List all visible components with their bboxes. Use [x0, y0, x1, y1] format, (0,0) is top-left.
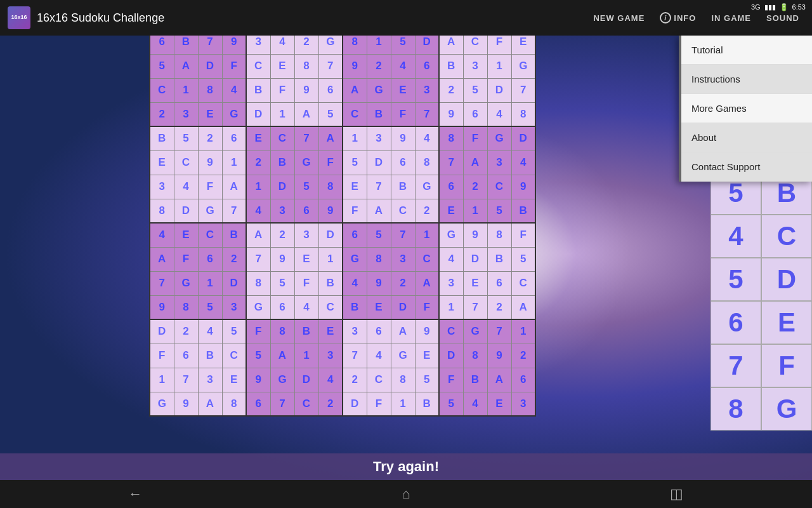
cell-12-4[interactable]: F — [246, 319, 270, 344]
cell-7-5[interactable]: 3 — [270, 199, 294, 223]
cell-2-9[interactable]: G — [367, 78, 391, 102]
cell-3-13[interactable]: 6 — [463, 102, 487, 126]
cell-15-11[interactable]: B — [415, 392, 439, 416]
cell-13-1[interactable]: 6 — [174, 344, 198, 368]
cell-13-7[interactable]: 3 — [318, 344, 343, 368]
cell-12-9[interactable]: 6 — [367, 319, 391, 344]
cell-10-15[interactable]: C — [511, 271, 535, 295]
cell-12-10[interactable]: A — [391, 319, 415, 344]
cell-4-11[interactable]: 4 — [415, 126, 439, 150]
cell-5-7[interactable]: F — [318, 150, 343, 175]
cell-6-6[interactable]: 5 — [294, 175, 318, 199]
cell-2-6[interactable]: 9 — [294, 78, 318, 102]
cell-9-12[interactable]: 4 — [439, 247, 463, 271]
cell-10-2[interactable]: 1 — [198, 271, 222, 295]
cell-12-6[interactable]: B — [294, 319, 318, 344]
cell-10-9[interactable]: 9 — [367, 271, 391, 295]
cell-2-15[interactable]: 7 — [511, 78, 535, 102]
cell-4-14[interactable]: G — [487, 126, 511, 150]
cell-8-11[interactable]: 1 — [415, 223, 439, 247]
cell-1-10[interactable]: 4 — [391, 54, 415, 78]
cell-11-0[interactable]: 9 — [150, 295, 174, 319]
cell-2-7[interactable]: 6 — [318, 78, 343, 102]
info-button[interactable]: i INFO — [655, 10, 701, 26]
cell-9-15[interactable]: 5 — [511, 247, 535, 271]
num-btn-D[interactable]: D — [761, 258, 812, 301]
cell-5-8[interactable]: 5 — [343, 150, 367, 175]
cell-5-0[interactable]: E — [150, 150, 174, 175]
cell-15-12[interactable]: 5 — [439, 392, 463, 416]
cell-10-13[interactable]: E — [463, 271, 487, 295]
cell-6-8[interactable]: E — [343, 175, 367, 199]
cell-15-10[interactable]: 1 — [391, 392, 415, 416]
cell-5-12[interactable]: 7 — [439, 150, 463, 175]
cell-14-15[interactable]: 6 — [511, 368, 535, 392]
cell-4-3[interactable]: 6 — [222, 126, 246, 150]
cell-2-10[interactable]: E — [391, 78, 415, 102]
cell-5-11[interactable]: 8 — [415, 150, 439, 175]
cell-1-8[interactable]: 9 — [343, 54, 367, 78]
cell-5-13[interactable]: A — [463, 150, 487, 175]
cell-8-4[interactable]: A — [246, 223, 270, 247]
cell-12-3[interactable]: 5 — [222, 319, 246, 344]
cell-14-10[interactable]: 8 — [391, 368, 415, 392]
cell-13-10[interactable]: G — [391, 344, 415, 368]
cell-15-3[interactable]: 8 — [222, 392, 246, 416]
cell-7-11[interactable]: 2 — [415, 199, 439, 223]
cell-6-4[interactable]: 1 — [246, 175, 270, 199]
cell-1-3[interactable]: F — [222, 54, 246, 78]
cell-6-2[interactable]: F — [198, 175, 222, 199]
cell-2-12[interactable]: 2 — [439, 78, 463, 102]
cell-7-3[interactable]: 7 — [222, 199, 246, 223]
cell-11-9[interactable]: E — [367, 295, 391, 319]
cell-2-4[interactable]: B — [246, 78, 270, 102]
cell-4-12[interactable]: 8 — [439, 126, 463, 150]
cell-3-14[interactable]: 4 — [487, 102, 511, 126]
cell-1-13[interactable]: 3 — [463, 54, 487, 78]
cell-10-4[interactable]: 8 — [246, 271, 270, 295]
cell-9-11[interactable]: C — [415, 247, 439, 271]
num-btn-7[interactable]: 7 — [710, 344, 761, 387]
cell-8-13[interactable]: 9 — [463, 223, 487, 247]
recent-button[interactable]: ◫ — [541, 480, 812, 508]
cell-7-4[interactable]: 4 — [246, 199, 270, 223]
menu-instructions[interactable]: Instructions — [681, 65, 812, 94]
cell-8-0[interactable]: 4 — [150, 223, 174, 247]
cell-13-15[interactable]: 2 — [511, 344, 535, 368]
cell-14-14[interactable]: A — [487, 368, 511, 392]
cell-2-8[interactable]: A — [343, 78, 367, 102]
cell-11-7[interactable]: C — [318, 295, 343, 319]
cell-2-11[interactable]: 3 — [415, 78, 439, 102]
cell-9-10[interactable]: 3 — [391, 247, 415, 271]
cell-6-14[interactable]: C — [487, 175, 511, 199]
cell-2-1[interactable]: 1 — [174, 78, 198, 102]
cell-11-12[interactable]: 1 — [439, 295, 463, 319]
cell-5-5[interactable]: B — [270, 150, 294, 175]
cell-6-3[interactable]: A — [222, 175, 246, 199]
cell-4-6[interactable]: 7 — [294, 126, 318, 150]
num-btn-5[interactable]: 5 — [710, 258, 761, 301]
cell-15-1[interactable]: 9 — [174, 392, 198, 416]
cell-14-9[interactable]: C — [367, 368, 391, 392]
cell-11-6[interactable]: 4 — [294, 295, 318, 319]
cell-4-10[interactable]: 9 — [391, 126, 415, 150]
cell-3-6[interactable]: A — [294, 102, 318, 126]
cell-15-7[interactable]: 2 — [318, 392, 343, 416]
cell-5-1[interactable]: C — [174, 150, 198, 175]
cell-13-5[interactable]: A — [270, 344, 294, 368]
cell-5-2[interactable]: 9 — [198, 150, 222, 175]
cell-2-0[interactable]: C — [150, 78, 174, 102]
cell-1-12[interactable]: B — [439, 54, 463, 78]
cell-9-2[interactable]: 6 — [198, 247, 222, 271]
cell-12-12[interactable]: C — [439, 319, 463, 344]
cell-13-12[interactable]: D — [439, 344, 463, 368]
cell-8-3[interactable]: B — [222, 223, 246, 247]
cell-11-3[interactable]: 3 — [222, 295, 246, 319]
cell-9-3[interactable]: 2 — [222, 247, 246, 271]
cell-14-8[interactable]: 2 — [343, 368, 367, 392]
cell-1-0[interactable]: 5 — [150, 54, 174, 78]
cell-14-1[interactable]: 7 — [174, 368, 198, 392]
cell-3-15[interactable]: 8 — [511, 102, 535, 126]
menu-contact-support[interactable]: Contact Support — [681, 152, 812, 182]
cell-6-9[interactable]: 7 — [367, 175, 391, 199]
